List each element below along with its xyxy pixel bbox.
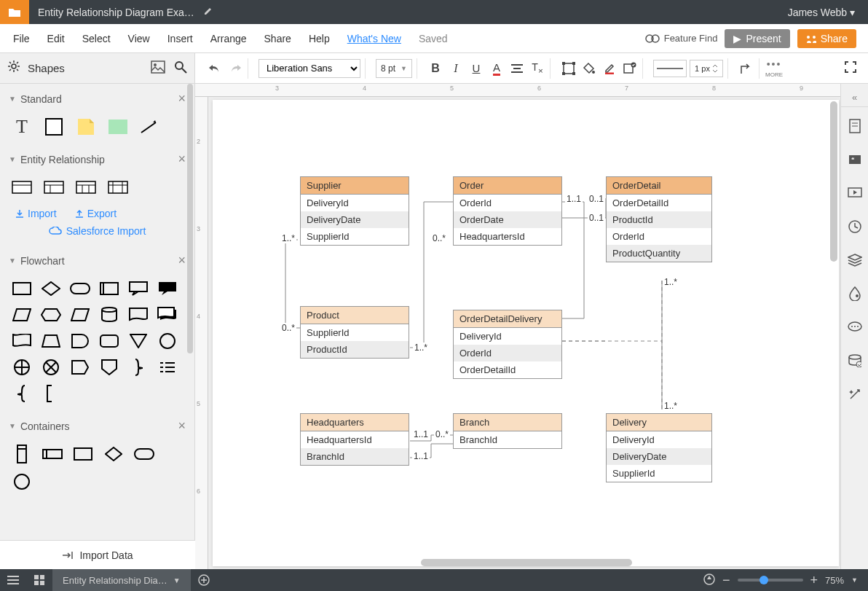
clear-format-icon[interactable]: T× (529, 60, 545, 77)
menu-edit[interactable]: Edit (39, 33, 74, 44)
fc-or[interactable] (41, 359, 61, 376)
fc-para[interactable] (70, 306, 90, 324)
fullscreen-icon[interactable] (845, 61, 856, 75)
entity-product[interactable]: Product SupplierId ProductId (300, 306, 409, 359)
tab-list-icon[interactable] (0, 569, 26, 591)
canvas-vscroll[interactable] (830, 101, 837, 262)
fc-rect[interactable] (12, 280, 32, 297)
rpanel-comment-icon[interactable]: ❝ (844, 145, 866, 174)
fc-circle[interactable] (157, 332, 178, 350)
close-icon[interactable]: × (178, 152, 186, 167)
shape-er-2[interactable] (44, 179, 64, 196)
page-tab[interactable]: Entity Relationship Dia… ▼ (52, 569, 191, 591)
fill-icon[interactable] (581, 60, 597, 77)
underline-icon[interactable]: U (468, 60, 484, 77)
rpanel-paint-icon[interactable] (844, 279, 866, 308)
shape-block[interactable] (108, 118, 128, 136)
canvas-hscroll[interactable] (421, 559, 632, 566)
fc-pentagon[interactable] (70, 359, 90, 376)
close-icon[interactable]: × (178, 91, 186, 106)
fc-brace-r[interactable] (128, 359, 149, 376)
shape-options-icon[interactable] (622, 60, 638, 77)
fc-trap2[interactable] (41, 332, 61, 350)
share-button[interactable]: Share (797, 29, 856, 48)
shape-rect[interactable] (44, 118, 64, 136)
rpanel-layers-icon[interactable] (844, 246, 866, 275)
font-size-select[interactable]: 8 pt ▼ (376, 59, 412, 78)
close-icon[interactable]: × (178, 253, 186, 268)
font-select[interactable]: Liberation Sans (259, 59, 360, 78)
section-flowchart[interactable]: ▼ Flowchart × (0, 246, 194, 275)
section-containers[interactable]: ▼ Containers × (0, 411, 194, 441)
entity-delivery[interactable]: Delivery DeliveryId DeliveryDate Supplie… (606, 413, 712, 482)
italic-icon[interactable]: I (448, 60, 464, 77)
fc-terminator[interactable] (70, 280, 90, 297)
menu-view[interactable]: View (119, 33, 159, 44)
fc-sumjunc[interactable] (12, 359, 32, 376)
fc-callout2[interactable] (157, 280, 178, 297)
align-icon[interactable] (509, 60, 525, 77)
shape-er-1[interactable] (12, 179, 32, 196)
diagram-page[interactable]: Supplier DeliveryId DeliveryDate Supplie… (213, 100, 839, 566)
fc-bracket[interactable] (41, 385, 61, 402)
shape-er-4[interactable] (108, 179, 128, 196)
doc-title[interactable]: Entity Relationship Diagram Exa… (38, 7, 194, 18)
fc-cylinder[interactable] (99, 306, 119, 324)
fc-halfround[interactable] (70, 332, 90, 350)
section-standard[interactable]: ▼ Standard × (0, 84, 194, 114)
er-import[interactable]: Import (15, 208, 57, 219)
pencil-icon[interactable] (203, 6, 213, 18)
user-menu[interactable]: James Webb ▾ (788, 7, 855, 18)
zoom-level[interactable]: 75% (825, 575, 844, 586)
fc-diamond[interactable] (41, 280, 61, 297)
search-icon[interactable] (174, 60, 187, 76)
entity-orderdetaildelivery[interactable]: OrderDetailDelivery DeliveryId OrderId O… (453, 310, 562, 379)
collapse-panel-icon[interactable]: « (841, 88, 868, 107)
redo-icon[interactable] (227, 60, 243, 77)
border-color-icon[interactable] (601, 60, 618, 77)
shape-line[interactable] (140, 118, 160, 136)
fc-multidoc[interactable] (157, 306, 178, 324)
fc-roundrect[interactable] (99, 332, 119, 350)
fc-tri[interactable] (128, 332, 149, 350)
canvas[interactable]: 3456789 234567 (195, 84, 840, 569)
folder-icon[interactable] (0, 0, 29, 24)
autosave-icon[interactable] (703, 574, 715, 587)
section-entity-relationship[interactable]: ▼ Entity Relationship × (0, 144, 194, 174)
rpanel-chat-icon[interactable] (844, 313, 866, 342)
shape-text[interactable]: T (12, 118, 32, 136)
shape-style-icon[interactable] (561, 60, 577, 77)
gear-icon[interactable] (7, 60, 20, 77)
rpanel-history-icon[interactable] (844, 212, 866, 241)
ct-lane-v[interactable] (12, 445, 32, 463)
ct-circle[interactable] (12, 473, 32, 490)
tab-grid-icon[interactable] (26, 569, 52, 591)
menu-arrange[interactable]: Arrange (202, 33, 256, 44)
menu-file[interactable]: File (4, 33, 39, 44)
ct-pill[interactable] (134, 445, 154, 463)
fc-shield[interactable] (99, 359, 119, 376)
rpanel-data-icon[interactable] (844, 346, 866, 375)
zoom-out-icon[interactable]: − (722, 573, 730, 588)
salesforce-import[interactable]: Salesforce Import (0, 222, 194, 246)
menu-help[interactable]: Help (300, 33, 339, 44)
rpanel-page-icon[interactable] (844, 111, 866, 141)
er-export[interactable]: Export (74, 208, 117, 219)
menu-share[interactable]: Share (256, 33, 300, 44)
fc-brace-l[interactable] (12, 385, 32, 402)
fc-callout[interactable] (128, 280, 149, 297)
zoom-slider[interactable] (738, 579, 803, 582)
entity-branch[interactable]: Branch BranchId (453, 413, 562, 449)
menu-select[interactable]: Select (74, 33, 119, 44)
fc-flag[interactable] (12, 332, 32, 350)
fc-hex[interactable] (41, 306, 61, 324)
line-width-input[interactable]: 1 px (690, 60, 723, 77)
entity-supplier[interactable]: Supplier DeliveryId DeliveryDate Supplie… (300, 176, 409, 246)
import-data-button[interactable]: Import Data (0, 540, 195, 569)
line-style-select[interactable] (653, 60, 687, 77)
entity-order[interactable]: Order OrderId OrderDate HeadquartersId (453, 176, 562, 246)
shape-er-3[interactable] (76, 179, 96, 196)
present-button[interactable]: ▶ Present (725, 29, 789, 48)
rpanel-present-icon[interactable] (844, 179, 866, 208)
rpanel-magic-icon[interactable] (844, 380, 866, 409)
